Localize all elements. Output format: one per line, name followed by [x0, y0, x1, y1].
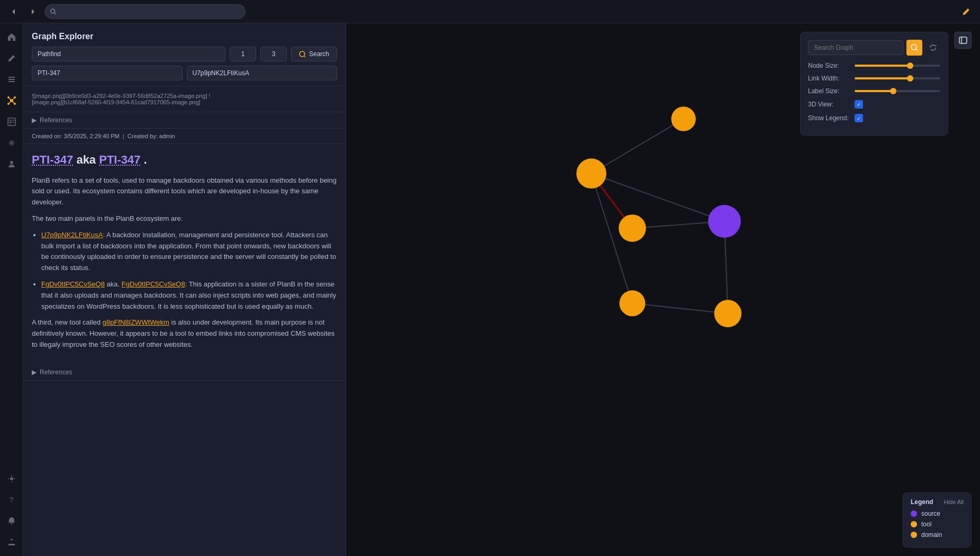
sidebar-item-theme[interactable]: [2, 469, 21, 488]
node-size-slider[interactable]: [855, 65, 940, 67]
list-item-1-link[interactable]: U7p9pNK2LFtiKusA: [41, 231, 103, 239]
sidebar-toggle-icon: [959, 36, 967, 44]
search-mode-select[interactable]: PathfindNeighborsSearch: [32, 47, 225, 61]
search-btn-label: Search: [309, 50, 329, 58]
search-button[interactable]: Search: [291, 47, 337, 61]
created-by-label: Created by:: [128, 133, 158, 139]
svg-line-35: [916, 49, 918, 51]
settings-search-icon: [911, 44, 918, 51]
legend-title: Legend: [911, 498, 933, 506]
sidebar-item-notifications[interactable]: [2, 512, 21, 531]
back-button[interactable]: [6, 4, 21, 19]
content-title-link1[interactable]: PTI-347: [32, 153, 73, 166]
settings-refresh-button[interactable]: [925, 40, 940, 55]
legend-item-source: source: [911, 510, 964, 517]
legend-dot-tool: [911, 521, 917, 527]
sidebar-item-table[interactable]: [2, 112, 21, 131]
checkbox-check-3d: ✓: [857, 102, 861, 107]
node1-input[interactable]: [32, 66, 183, 80]
settings-panel: Node Size: Link Width:: [800, 32, 948, 136]
sidebar-item-graph[interactable]: [2, 91, 21, 110]
sidebar-item-list[interactable]: [2, 70, 21, 89]
topbar-search-bar: Search: [44, 4, 246, 19]
pen-icon-button[interactable]: [959, 4, 974, 19]
sidebar-item-export[interactable]: [2, 533, 21, 552]
sidebar-item-settings[interactable]: [2, 133, 21, 153]
list-item-2-link2[interactable]: FgDv0tIPC5CvSeQ8: [122, 280, 185, 288]
show-legend-checkbox[interactable]: ✓: [855, 114, 863, 122]
list-item-2: FgDv0tIPC5CvSeQ8 aka. FgDv0tIPC5CvSeQ8: …: [41, 279, 337, 312]
graph-node-4[interactable]: [708, 205, 741, 238]
show-legend-label: Show Legend:: [808, 114, 850, 122]
node-size-row: Node Size:: [808, 62, 940, 69]
svg-point-34: [911, 44, 917, 50]
num2-input[interactable]: [260, 47, 287, 61]
forward-button[interactable]: [25, 4, 40, 19]
link-width-label: Link Width:: [808, 75, 850, 82]
svg-rect-3: [8, 79, 15, 80]
graph-node-1[interactable]: [671, 106, 695, 131]
svg-rect-36: [959, 37, 967, 43]
references-chevron-2: ▶: [32, 369, 37, 376]
view-3d-label: 3D View:: [808, 101, 850, 108]
legend-item-domain: domain: [911, 531, 964, 539]
num1-input[interactable]: [230, 47, 256, 61]
legend-label-domain: domain: [921, 531, 942, 539]
topbar-search-icon: [50, 8, 56, 15]
svg-point-0: [51, 9, 55, 13]
image-block: ![image.png][0b9ce0d3-a292-4e0e-9397-56d…: [23, 86, 346, 112]
search-controls: PathfindNeighborsSearch Search: [32, 47, 337, 61]
settings-search-button[interactable]: [906, 40, 922, 56]
view-3d-checkbox[interactable]: ✓: [855, 100, 863, 109]
references-label-1: References: [40, 116, 72, 124]
content-title-period: .: [144, 153, 147, 166]
checkbox-check-legend: ✓: [857, 115, 861, 121]
legend-hide-button[interactable]: Hide All: [944, 499, 964, 505]
sun-icon: [7, 474, 16, 483]
table-icon: [7, 118, 16, 126]
references-toggle-2[interactable]: ▶ References: [23, 364, 346, 381]
sidebar-item-user[interactable]: [2, 155, 21, 174]
home-icon: [7, 32, 16, 42]
sidebar-toggle-button[interactable]: [955, 32, 972, 49]
main-layout: ? Graph Explorer PathfindNeighborsSearch: [0, 23, 980, 556]
graph-node-5[interactable]: [619, 290, 645, 316]
list-item-2-aka: aka.: [105, 280, 122, 288]
sidebar-item-help[interactable]: ?: [2, 490, 21, 509]
link-width-row: Link Width:: [808, 75, 940, 82]
settings-search-input[interactable]: [808, 40, 903, 55]
edit-icon: [7, 54, 16, 62]
label-size-slider[interactable]: [855, 90, 940, 92]
references-toggle-1[interactable]: ▶ References: [23, 112, 346, 129]
svg-point-24: [300, 51, 305, 57]
svg-line-11: [12, 97, 15, 101]
view-3d-row: 3D View: ✓: [808, 100, 940, 109]
svg-line-32: [632, 303, 728, 313]
topbar-search-input[interactable]: Search: [59, 8, 240, 15]
body-list: U7p9pNK2LFtiKusA: A backdoor installatio…: [41, 230, 337, 312]
meta-info: Created on: 3/5/2025, 2:29:40 PM | Creat…: [23, 129, 346, 144]
body-para3: A third, new tool called g8pFfN8IZWWtWek…: [32, 317, 337, 350]
sidebar: ?: [0, 23, 23, 556]
node2-input[interactable]: [187, 66, 338, 80]
content-title-link2[interactable]: PTI-347: [99, 153, 140, 166]
graph-node-2[interactable]: [576, 158, 606, 189]
sidebar-item-home[interactable]: [2, 28, 21, 47]
graph-icon: [7, 96, 16, 105]
legend-label-source: source: [921, 510, 940, 517]
list-icon: [7, 75, 16, 84]
svg-line-12: [8, 101, 12, 104]
panel-content: ![image.png][0b9ce0d3-a292-4e0e-9397-56d…: [23, 86, 346, 556]
list-item-2-link1[interactable]: FgDv0tIPC5CvSeQ8: [41, 280, 105, 288]
topbar: Search: [0, 0, 980, 23]
created-on-label: Created on:: [32, 133, 62, 139]
body-para3-link[interactable]: g8pFfN8IZWWtWekm: [103, 318, 169, 326]
created-on-value: 3/5/2025, 2:29:40 PM: [64, 133, 120, 139]
link-width-slider[interactable]: [855, 77, 940, 79]
graph-node-6[interactable]: [714, 300, 742, 327]
legend-dot-source: [911, 510, 917, 517]
svg-point-18: [10, 161, 13, 164]
svg-rect-4: [8, 81, 15, 82]
graph-node-3[interactable]: [619, 214, 646, 242]
sidebar-item-edit[interactable]: [2, 49, 21, 68]
